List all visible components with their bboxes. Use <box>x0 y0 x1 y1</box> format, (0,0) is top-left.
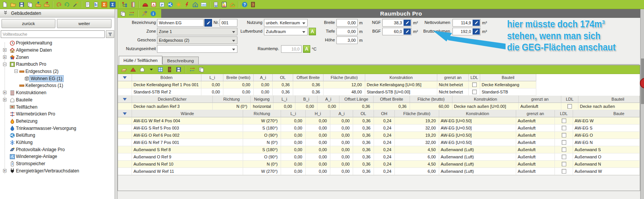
grid-cell[interactable] <box>469 81 480 88</box>
grid-cell[interactable]: 0,00 <box>281 132 306 139</box>
grid-row[interactable]: Decke Kellerabgang Ref 1 Pos 0010,000,00… <box>118 81 640 88</box>
tab-huelle-teilflaechen[interactable]: Hülle / Teilflächen <box>119 56 162 65</box>
column-header[interactable]: Offset Breite <box>374 96 410 103</box>
grid-cell[interactable]: 0,00 <box>306 168 330 175</box>
grid-cell[interactable]: 0,00 <box>281 168 306 175</box>
import-folder-icon[interactable] <box>35 1 42 8</box>
column-header[interactable]: Bauteil <box>480 74 536 81</box>
edit-bgf-button[interactable] <box>404 28 411 35</box>
new-file-icon[interactable] <box>1 1 8 8</box>
grid-cell[interactable]: 0,00 <box>281 125 306 132</box>
column-header[interactable]: Richtung <box>213 96 251 103</box>
grid-cell[interactable]: 0,00 <box>281 161 306 168</box>
grid-cell[interactable]: O (90°) <box>243 132 281 139</box>
tree-item-allgemeine-daten[interactable]: +Allgemeine Daten <box>0 47 115 54</box>
expand-toggle[interactable]: + <box>3 55 6 59</box>
window-pane-icon[interactable] <box>157 66 164 73</box>
grid-cell[interactable]: Standard-STB <box>480 88 536 96</box>
grid-cell[interactable]: 0,00 <box>201 81 223 88</box>
compare-icon[interactable] <box>188 66 196 73</box>
grid-cell[interactable]: 0,36 <box>293 81 324 88</box>
nutzung-select[interactable]: unbeh. Kellerraum <box>264 19 308 27</box>
grid-cell[interactable]: Nicht beheizt <box>437 81 469 88</box>
column-header[interactable]: A_i <box>254 74 273 81</box>
sidebar-splitter[interactable] <box>115 9 118 199</box>
collapse-chevron-icon[interactable] <box>3 10 8 16</box>
grid-cell[interactable]: 0,00 <box>330 168 353 175</box>
grid-cell[interactable]: Standard-STB [U=0.00] <box>365 88 437 96</box>
grid-cell[interactable]: 0,36 <box>293 88 324 96</box>
column-header[interactable]: Wände <box>132 110 243 117</box>
grid-cell[interactable]: 0,24 <box>374 153 395 161</box>
ldl-checkbox[interactable] <box>562 140 566 145</box>
grid-cell[interactable]: 0,36 <box>374 103 410 110</box>
grid-cell[interactable]: Decke nach außen [U=0.00] <box>452 103 519 110</box>
ldl-checkbox[interactable] <box>562 147 566 152</box>
letter-p-icon[interactable]: P <box>158 1 165 8</box>
grid-cell[interactable]: 0,00 <box>306 132 330 139</box>
tree-item-raumbuch-pro[interactable]: −Raumbuch Pro <box>0 61 115 68</box>
grid-cell[interactable] <box>555 117 573 125</box>
edit-nettovolumen-button[interactable] <box>473 20 480 26</box>
grid-cell[interactable]: 0,00 <box>306 161 330 168</box>
column-header[interactable]: LDL <box>469 74 480 81</box>
tree-item-projektverwaltung[interactable]: Projektverwaltung <box>0 39 115 47</box>
copy-icon[interactable] <box>26 1 33 8</box>
column-header[interactable]: LDL <box>555 110 573 117</box>
grid-cell[interactable]: 0,00 <box>281 153 306 161</box>
grid-cell[interactable]: AW-EG O <box>573 132 640 139</box>
grid-cell[interactable]: 0,00 <box>306 146 330 153</box>
grid-cell[interactable]: AW-EG W <box>573 117 640 125</box>
grid-cell[interactable]: 0,00 <box>223 88 254 96</box>
grid-cell[interactable]: Decke Kellerabgang [U=0.95] <box>365 81 437 88</box>
info-icon[interactable]: i <box>149 10 157 17</box>
ldl-checkbox[interactable] <box>562 169 566 174</box>
column-header[interactable]: grenzt an <box>519 96 561 103</box>
ldl-checkbox[interactable] <box>562 118 566 123</box>
filter-cell[interactable] <box>118 96 132 103</box>
fire-protection-a-icon[interactable]: A <box>150 1 157 8</box>
luftverbund-select[interactable]: Zuluftraum <box>264 28 308 35</box>
column-header[interactable]: Fläche (brutto) <box>395 110 439 117</box>
word-report-icon[interactable]: W <box>212 1 219 8</box>
grid-cell[interactable]: 0,24 <box>374 125 395 132</box>
grid-row[interactable]: Außenwand W Ref 11W (270°)0,000,000,000,… <box>118 168 640 175</box>
grid-cell[interactable] <box>555 168 573 175</box>
grid-cell[interactable]: horizontal <box>251 103 273 110</box>
grid-cell[interactable]: Außenluft <box>516 132 555 139</box>
grid-cell[interactable] <box>555 153 573 161</box>
fan-icon[interactable] <box>166 1 174 8</box>
grid-cell[interactable] <box>555 125 573 132</box>
column-header[interactable]: Konstruktion <box>365 74 437 81</box>
bezeichnung-input[interactable]: Wohnen EG <box>157 19 204 27</box>
ldl-checkbox[interactable] <box>472 82 477 87</box>
export-folder-icon[interactable] <box>43 1 50 8</box>
grid-cell[interactable]: 48,00 <box>324 88 365 96</box>
column-header[interactable]: grenzt an <box>516 110 555 117</box>
tree-item-erdgeschoss-2-[interactable]: −Erdgeschoss (2) <box>0 68 115 75</box>
edit-bezeichnung-button[interactable] <box>204 19 212 27</box>
expand-toggle[interactable]: + <box>3 98 6 101</box>
column-header[interactable]: Offset Breite <box>293 74 324 81</box>
column-header[interactable]: L_i <box>281 110 306 117</box>
grid-row[interactable]: AW-EG S Ref 5 Pos 003S (180°)0,000,000,0… <box>118 125 640 132</box>
grid-cell[interactable]: 4,50 <box>395 146 439 153</box>
grid-cell[interactable]: 19,20 <box>395 117 439 125</box>
tree-item-photovoltaik-anlage-pro[interactable]: Photovoltaik-Anlage Pro <box>0 146 115 153</box>
grid-cell[interactable]: Decke nach außen Ref 3 <box>132 103 213 110</box>
grid-cell[interactable]: 6,00 <box>395 168 439 175</box>
grid-cell[interactable]: Nicht beheizt <box>437 88 469 96</box>
geschoss-select[interactable]: Erdgeschoss (2) <box>157 36 237 44</box>
grid-cell[interactable]: 0,00 <box>330 139 353 146</box>
compare-icon[interactable] <box>128 10 135 17</box>
tree-item-teilflächen[interactable]: Teilflächen <box>0 103 115 111</box>
grid-cell[interactable]: Außenwand S Ref 8 <box>132 146 243 153</box>
grid-cell[interactable]: Außenwand (Luft) <box>439 146 516 153</box>
grid-cell[interactable]: 0,36 <box>339 103 374 110</box>
column-header[interactable]: B_i <box>295 96 317 103</box>
ldl-checkbox[interactable] <box>562 162 566 166</box>
grid-cell[interactable]: Außenluft <box>516 117 555 125</box>
grid-cell[interactable]: 0,36 <box>353 168 374 175</box>
column-header[interactable]: OL <box>353 110 374 117</box>
grid-cell[interactable]: Außenwand W <box>573 168 640 175</box>
